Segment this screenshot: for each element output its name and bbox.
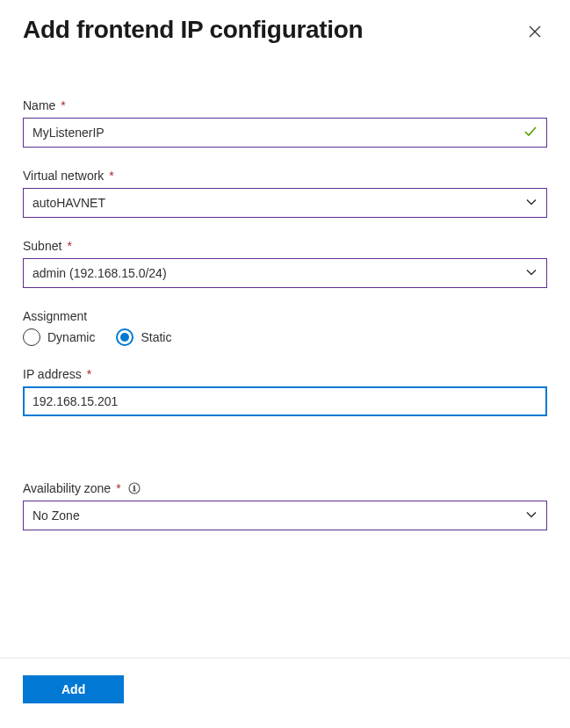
virtual-network-value: autoHAVNET (32, 196, 105, 210)
field-subnet: Subnet * admin (192.168.15.0/24) (23, 239, 547, 288)
subnet-value: admin (192.168.15.0/24) (32, 266, 167, 280)
ip-address-input[interactable]: 192.168.15.201 (23, 386, 547, 416)
radio-dot (120, 333, 129, 342)
ip-address-label-text: IP address (23, 367, 82, 381)
spacer (23, 437, 547, 481)
ip-address-label: IP address * (23, 367, 547, 381)
virtual-network-select[interactable]: autoHAVNET (23, 188, 547, 218)
name-input-value: MyListenerIP (32, 126, 105, 140)
required-indicator: * (67, 239, 71, 253)
page-title: Add frontend IP configuration (23, 16, 363, 44)
form-scroll-area[interactable]: Name * MyListenerIP Virtual network * au… (0, 79, 559, 638)
field-availability-zone: Availability zone * i No Zone (23, 481, 547, 530)
name-label-text: Name (23, 98, 55, 112)
required-indicator: * (109, 169, 113, 183)
info-icon[interactable]: i (128, 482, 141, 494)
field-ip-address: IP address * 192.168.15.201 (23, 367, 547, 416)
add-button[interactable]: Add (23, 675, 124, 703)
name-input[interactable]: MyListenerIP (23, 118, 547, 148)
radio-static-label: Static (141, 330, 171, 344)
radio-circle-selected (116, 328, 133, 346)
availability-zone-value: No Zone (32, 508, 80, 523)
chevron-down-icon (525, 266, 538, 281)
radio-dynamic[interactable]: Dynamic (23, 328, 95, 346)
assignment-radio-group: Dynamic Static (23, 328, 547, 346)
virtual-network-label: Virtual network * (23, 169, 547, 183)
spacer (23, 551, 547, 613)
field-name: Name * MyListenerIP (23, 98, 547, 148)
close-icon (528, 26, 542, 41)
radio-dynamic-label: Dynamic (47, 330, 95, 344)
header: Add frontend IP configuration (0, 0, 570, 47)
virtual-network-label-text: Virtual network (23, 169, 104, 183)
name-label: Name * (23, 98, 547, 112)
field-virtual-network: Virtual network * autoHAVNET (23, 169, 547, 218)
ip-address-value: 192.168.15.201 (32, 394, 118, 408)
chevron-down-icon (525, 196, 538, 211)
radio-circle-unselected (23, 328, 40, 346)
availability-zone-label: Availability zone * i (23, 481, 547, 495)
footer: Add (0, 658, 570, 728)
subnet-label: Subnet * (23, 239, 547, 253)
assignment-label-text: Assignment (23, 309, 87, 323)
required-indicator: * (116, 481, 120, 495)
availability-zone-select[interactable]: No Zone (23, 501, 547, 530)
close-button[interactable] (523, 19, 547, 47)
subnet-select[interactable]: admin (192.168.15.0/24) (23, 258, 547, 288)
assignment-label: Assignment (23, 309, 547, 323)
footer-divider (0, 658, 570, 659)
availability-zone-label-text: Availability zone (23, 481, 111, 495)
field-assignment: Assignment Dynamic Static (23, 309, 547, 346)
subnet-label-text: Subnet (23, 239, 61, 253)
checkmark-icon (523, 125, 538, 141)
chevron-down-icon (525, 508, 538, 523)
svg-text:i: i (133, 484, 135, 493)
radio-static[interactable]: Static (116, 328, 171, 346)
required-indicator: * (61, 98, 65, 112)
required-indicator: * (87, 367, 91, 381)
